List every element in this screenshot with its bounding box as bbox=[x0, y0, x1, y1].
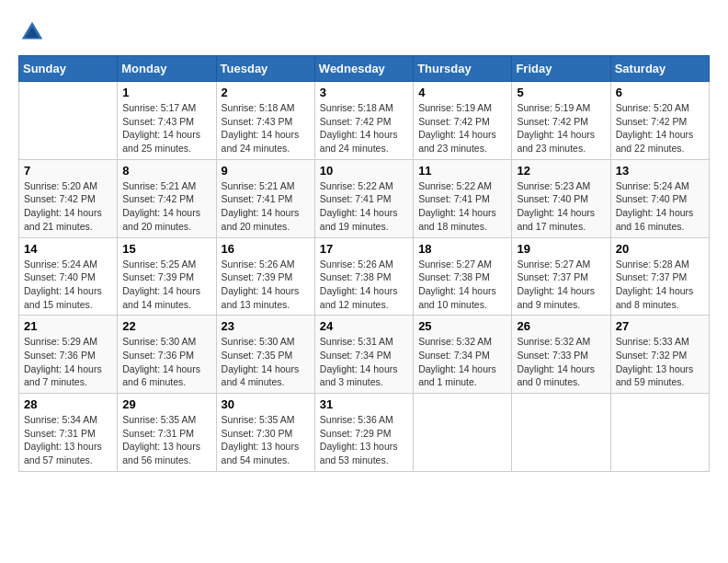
day-number: 24 bbox=[320, 319, 408, 333]
day-info: Sunrise: 5:30 AMSunset: 7:36 PMDaylight:… bbox=[122, 335, 210, 389]
day-number: 2 bbox=[222, 86, 310, 99]
calendar-day-cell: 17Sunrise: 5:26 AMSunset: 7:38 PMDayligh… bbox=[314, 237, 413, 316]
day-info: Sunrise: 5:20 AMSunset: 7:42 PMDaylight:… bbox=[616, 101, 704, 155]
weekday-header-monday: Monday bbox=[118, 56, 216, 82]
weekday-header-wednesday: Wednesday bbox=[314, 56, 413, 82]
calendar-day-cell bbox=[610, 394, 709, 472]
day-number: 9 bbox=[222, 164, 310, 178]
calendar-day-cell: 23Sunrise: 5:30 AMSunset: 7:35 PMDayligh… bbox=[216, 316, 314, 394]
weekday-header-row: SundayMondayTuesdayWednesdayThursdayFrid… bbox=[19, 56, 710, 82]
day-info: Sunrise: 5:25 AMSunset: 7:39 PMDaylight:… bbox=[122, 258, 210, 312]
day-info: Sunrise: 5:18 AMSunset: 7:42 PMDaylight:… bbox=[320, 101, 408, 155]
day-info: Sunrise: 5:35 AMSunset: 7:30 PMDaylight:… bbox=[222, 413, 310, 467]
day-number: 1 bbox=[122, 86, 210, 99]
weekday-header-friday: Friday bbox=[512, 56, 610, 82]
calendar-day-cell: 25Sunrise: 5:32 AMSunset: 7:34 PMDayligh… bbox=[414, 316, 512, 394]
calendar-day-cell: 18Sunrise: 5:27 AMSunset: 7:38 PMDayligh… bbox=[414, 237, 512, 316]
weekday-header-sunday: Sunday bbox=[19, 56, 118, 82]
day-number: 4 bbox=[418, 86, 506, 99]
day-number: 17 bbox=[320, 242, 408, 256]
calendar-week-row: 7Sunrise: 5:20 AMSunset: 7:42 PMDaylight… bbox=[19, 159, 710, 237]
day-info: Sunrise: 5:33 AMSunset: 7:32 PMDaylight:… bbox=[616, 335, 704, 389]
calendar-week-row: 21Sunrise: 5:29 AMSunset: 7:36 PMDayligh… bbox=[19, 316, 710, 394]
day-number: 10 bbox=[320, 164, 408, 178]
day-number: 20 bbox=[616, 242, 704, 256]
day-info: Sunrise: 5:24 AMSunset: 7:40 PMDaylight:… bbox=[24, 258, 112, 312]
calendar-day-cell: 1Sunrise: 5:17 AMSunset: 7:43 PMDaylight… bbox=[118, 82, 216, 160]
day-info: Sunrise: 5:26 AMSunset: 7:38 PMDaylight:… bbox=[320, 258, 408, 312]
calendar-table: SundayMondayTuesdayWednesdayThursdayFrid… bbox=[18, 55, 710, 472]
calendar-week-row: 28Sunrise: 5:34 AMSunset: 7:31 PMDayligh… bbox=[19, 394, 710, 472]
calendar-day-cell: 11Sunrise: 5:22 AMSunset: 7:41 PMDayligh… bbox=[414, 159, 512, 237]
calendar-week-row: 1Sunrise: 5:17 AMSunset: 7:43 PMDaylight… bbox=[19, 82, 710, 160]
calendar-day-cell: 24Sunrise: 5:31 AMSunset: 7:34 PMDayligh… bbox=[314, 316, 413, 394]
weekday-header-saturday: Saturday bbox=[610, 56, 709, 82]
day-info: Sunrise: 5:22 AMSunset: 7:41 PMDaylight:… bbox=[418, 179, 506, 234]
calendar-day-cell: 9Sunrise: 5:21 AMSunset: 7:41 PMDaylight… bbox=[216, 159, 314, 237]
day-info: Sunrise: 5:21 AMSunset: 7:42 PMDaylight:… bbox=[122, 179, 210, 234]
calendar-day-cell: 13Sunrise: 5:24 AMSunset: 7:40 PMDayligh… bbox=[610, 159, 709, 237]
day-number: 31 bbox=[320, 397, 408, 411]
day-info: Sunrise: 5:27 AMSunset: 7:38 PMDaylight:… bbox=[418, 258, 506, 312]
calendar-day-cell: 6Sunrise: 5:20 AMSunset: 7:42 PMDaylight… bbox=[610, 82, 709, 160]
day-info: Sunrise: 5:27 AMSunset: 7:37 PMDaylight:… bbox=[517, 258, 605, 312]
day-info: Sunrise: 5:24 AMSunset: 7:40 PMDaylight:… bbox=[616, 179, 704, 234]
calendar-week-row: 14Sunrise: 5:24 AMSunset: 7:40 PMDayligh… bbox=[19, 237, 710, 316]
day-number: 11 bbox=[418, 164, 506, 178]
day-info: Sunrise: 5:23 AMSunset: 7:40 PMDaylight:… bbox=[517, 179, 605, 234]
calendar-day-cell: 30Sunrise: 5:35 AMSunset: 7:30 PMDayligh… bbox=[216, 394, 314, 472]
day-info: Sunrise: 5:28 AMSunset: 7:37 PMDaylight:… bbox=[616, 258, 704, 312]
day-number: 25 bbox=[418, 319, 506, 333]
calendar-header: SundayMondayTuesdayWednesdayThursdayFrid… bbox=[19, 56, 710, 82]
day-number: 30 bbox=[222, 397, 310, 411]
calendar-body: 1Sunrise: 5:17 AMSunset: 7:43 PMDaylight… bbox=[19, 82, 710, 472]
logo bbox=[18, 18, 50, 46]
day-number: 22 bbox=[122, 319, 210, 333]
day-info: Sunrise: 5:26 AMSunset: 7:39 PMDaylight:… bbox=[222, 258, 310, 312]
day-info: Sunrise: 5:36 AMSunset: 7:29 PMDaylight:… bbox=[320, 413, 408, 467]
day-number: 6 bbox=[616, 86, 704, 99]
calendar-day-cell bbox=[414, 394, 512, 472]
day-info: Sunrise: 5:34 AMSunset: 7:31 PMDaylight:… bbox=[24, 413, 112, 467]
day-info: Sunrise: 5:30 AMSunset: 7:35 PMDaylight:… bbox=[222, 335, 310, 389]
calendar-day-cell: 15Sunrise: 5:25 AMSunset: 7:39 PMDayligh… bbox=[118, 237, 216, 316]
day-number: 8 bbox=[122, 164, 210, 178]
calendar-day-cell bbox=[19, 82, 118, 160]
day-info: Sunrise: 5:22 AMSunset: 7:41 PMDaylight:… bbox=[320, 179, 408, 234]
day-info: Sunrise: 5:18 AMSunset: 7:43 PMDaylight:… bbox=[222, 101, 310, 155]
calendar-day-cell: 4Sunrise: 5:19 AMSunset: 7:42 PMDaylight… bbox=[414, 82, 512, 160]
calendar-day-cell: 3Sunrise: 5:18 AMSunset: 7:42 PMDaylight… bbox=[314, 82, 413, 160]
day-number: 29 bbox=[122, 397, 210, 411]
page-header bbox=[18, 18, 710, 46]
day-info: Sunrise: 5:29 AMSunset: 7:36 PMDaylight:… bbox=[24, 335, 112, 389]
calendar-day-cell: 27Sunrise: 5:33 AMSunset: 7:32 PMDayligh… bbox=[610, 316, 709, 394]
day-number: 19 bbox=[517, 242, 605, 256]
calendar-day-cell: 19Sunrise: 5:27 AMSunset: 7:37 PMDayligh… bbox=[512, 237, 610, 316]
calendar-day-cell: 26Sunrise: 5:32 AMSunset: 7:33 PMDayligh… bbox=[512, 316, 610, 394]
calendar-day-cell: 10Sunrise: 5:22 AMSunset: 7:41 PMDayligh… bbox=[314, 159, 413, 237]
calendar-day-cell: 5Sunrise: 5:19 AMSunset: 7:42 PMDaylight… bbox=[512, 82, 610, 160]
day-number: 12 bbox=[517, 164, 605, 178]
day-info: Sunrise: 5:35 AMSunset: 7:31 PMDaylight:… bbox=[122, 413, 210, 467]
day-number: 15 bbox=[122, 242, 210, 256]
calendar-day-cell: 16Sunrise: 5:26 AMSunset: 7:39 PMDayligh… bbox=[216, 237, 314, 316]
calendar-day-cell: 28Sunrise: 5:34 AMSunset: 7:31 PMDayligh… bbox=[19, 394, 118, 472]
day-number: 5 bbox=[517, 86, 605, 99]
calendar-day-cell: 20Sunrise: 5:28 AMSunset: 7:37 PMDayligh… bbox=[610, 237, 709, 316]
calendar-day-cell: 12Sunrise: 5:23 AMSunset: 7:40 PMDayligh… bbox=[512, 159, 610, 237]
weekday-header-thursday: Thursday bbox=[414, 56, 512, 82]
day-number: 18 bbox=[418, 242, 506, 256]
day-number: 28 bbox=[24, 397, 112, 411]
day-info: Sunrise: 5:32 AMSunset: 7:34 PMDaylight:… bbox=[418, 335, 506, 389]
day-number: 3 bbox=[320, 86, 408, 99]
logo-icon bbox=[18, 18, 46, 46]
calendar-day-cell: 22Sunrise: 5:30 AMSunset: 7:36 PMDayligh… bbox=[118, 316, 216, 394]
day-number: 21 bbox=[24, 319, 112, 333]
calendar-day-cell: 8Sunrise: 5:21 AMSunset: 7:42 PMDaylight… bbox=[118, 159, 216, 237]
calendar-day-cell: 14Sunrise: 5:24 AMSunset: 7:40 PMDayligh… bbox=[19, 237, 118, 316]
day-info: Sunrise: 5:17 AMSunset: 7:43 PMDaylight:… bbox=[122, 101, 210, 155]
day-number: 13 bbox=[616, 164, 704, 178]
day-number: 26 bbox=[517, 319, 605, 333]
day-info: Sunrise: 5:19 AMSunset: 7:42 PMDaylight:… bbox=[517, 101, 605, 155]
calendar-day-cell: 2Sunrise: 5:18 AMSunset: 7:43 PMDaylight… bbox=[216, 82, 314, 160]
